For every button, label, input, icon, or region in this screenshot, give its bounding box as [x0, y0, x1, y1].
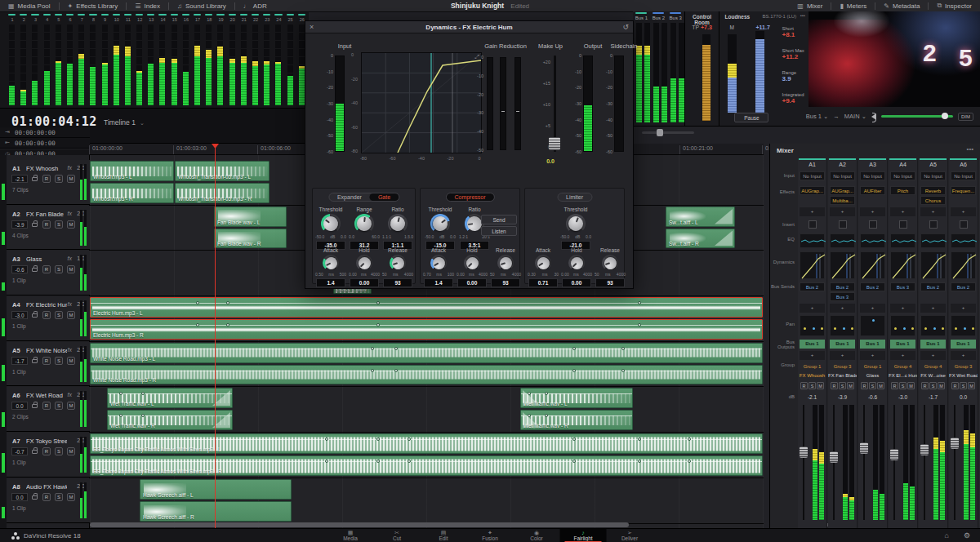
audio-clip[interactable]: Whoosh_Transition-05.mp3 - L [175, 161, 270, 181]
page-tab-media[interactable]: ▦Media [327, 529, 374, 542]
strip-dynamics-thumbnail[interactable] [860, 251, 885, 279]
limiter-release-knob[interactable]: Release50ms400093 [594, 247, 626, 287]
inspector-button[interactable]: ⧉Inspector [929, 0, 980, 12]
timeline-zoom-slider[interactable] [642, 131, 694, 134]
audio-clip[interactable]: White Noise Road.mp3 - L [90, 343, 763, 363]
add-output-button[interactable]: + [920, 351, 946, 360]
track-mute-button[interactable]: M [67, 357, 75, 365]
strip-record-button[interactable]: R [861, 382, 868, 389]
automation-point[interactable] [408, 438, 411, 441]
track-record-arm-button[interactable]: R [42, 447, 51, 455]
strip-solo-button[interactable]: S [808, 382, 816, 389]
strip-dynamics-thumbnail[interactable] [800, 251, 825, 279]
automation-point[interactable] [119, 414, 122, 417]
strip-effect-plugin[interactable]: Chorus [920, 196, 946, 205]
strip-mute-button[interactable]: M [968, 382, 975, 389]
add-send-button[interactable]: + [860, 304, 885, 313]
audio-clip[interactable]: Electric Hum.mp3 - R [90, 319, 763, 340]
automation-point[interactable] [371, 369, 374, 372]
gate-ratio-knob[interactable]: Ratio1.1:11:3.01:1.1 [381, 207, 414, 250]
limiter-hold-knob[interactable]: Hold0.00ms40000.00 [560, 247, 593, 287]
automation-point[interactable] [572, 369, 576, 372]
track-solo-button[interactable]: S [55, 220, 63, 229]
strip-pan-control[interactable] [951, 315, 976, 336]
monitor-volume-slider[interactable] [881, 115, 953, 118]
fader-handle[interactable] [890, 449, 898, 460]
automation-point[interactable] [325, 438, 328, 441]
mixer-strip-a6[interactable]: A6No InputFrequen...+Bus 2+Bus 1+Group 3… [949, 158, 978, 528]
strip-pan-control[interactable] [890, 315, 915, 336]
page-tab-edit[interactable]: ▤Edit [421, 529, 467, 542]
strip-bus-output[interactable]: Bus 1 [830, 340, 855, 349]
strip-mute-button[interactable]: M [847, 382, 854, 389]
add-send-button[interactable]: + [920, 304, 946, 313]
adr-button[interactable]: ♩ADR [235, 0, 275, 12]
add-output-button[interactable]: + [951, 351, 976, 360]
strip-effect-plugin[interactable]: Multiba... [830, 196, 855, 205]
mixer-strip-a5[interactable]: A5No InputReverbChorus+Bus 2+Bus 1+Group… [919, 158, 948, 528]
page-tab-cut[interactable]: ✂Cut [374, 529, 421, 542]
audio-clip[interactable]: Fan Blade.wav - R [214, 229, 287, 249]
strip-record-button[interactable]: R [800, 382, 808, 389]
monitor-main-select[interactable]: MAIN ⌄ [844, 113, 866, 120]
add-effect-button[interactable]: + [860, 207, 885, 216]
strip-eq-thumbnail[interactable] [800, 233, 825, 248]
automation-point[interactable] [638, 323, 641, 327]
gate-hold-knob[interactable]: Hold0.00ms40000.00 [348, 247, 381, 287]
strip-dynamics-thumbnail[interactable] [890, 251, 915, 279]
gate-release-knob[interactable]: Release50ms400093 [381, 247, 414, 287]
fader-handle[interactable] [860, 442, 868, 454]
mixer-options-icon[interactable]: ••• [967, 145, 973, 153]
effects-library-button[interactable]: ✦Effects Library [60, 0, 127, 12]
strip-bus-send[interactable]: Bus 2 [860, 282, 885, 291]
strip-dynamics-thumbnail[interactable] [920, 251, 946, 279]
automation-point[interactable] [572, 460, 576, 463]
automation-point[interactable] [119, 392, 122, 395]
strip-bus-output[interactable]: Bus 1 [890, 340, 915, 349]
strip-effect-plugin[interactable]: AUFilter [860, 186, 885, 195]
fader-handle[interactable] [800, 446, 808, 458]
track-solo-button[interactable]: S [55, 311, 63, 319]
listen-button[interactable]: Listen [481, 226, 517, 236]
compressor-threshold-knob[interactable]: Threshold-50.0dB0.0-15.0 [424, 207, 457, 250]
strip-bus-send[interactable]: Bus 2 [951, 282, 976, 291]
automation-point[interactable] [226, 323, 229, 327]
compressor-tab[interactable]: Compressor [446, 193, 493, 201]
automation-point[interactable] [394, 369, 398, 372]
track-record-arm-button[interactable]: R [42, 493, 51, 501]
strip-insert-toggle[interactable] [929, 220, 938, 229]
compressor-attack-knob[interactable]: Attack0.70ms1001.4 [422, 247, 455, 287]
strip-input-select[interactable]: No Input [951, 171, 976, 180]
automation-point[interactable] [528, 392, 531, 395]
automation-point[interactable] [196, 301, 199, 304]
strip-input-select[interactable]: No Input [860, 171, 885, 180]
strip-eq-thumbnail[interactable] [830, 233, 855, 248]
monitor-bus-select[interactable]: Bus 1 ⌄ [806, 113, 829, 120]
automation-point[interactable] [394, 347, 398, 350]
strip-group-assign[interactable]: Group 4 [920, 362, 946, 371]
automation-point[interactable] [325, 460, 328, 463]
compressor-release-knob[interactable]: Release50ms400093 [489, 247, 522, 287]
strip-solo-button[interactable]: S [960, 382, 967, 389]
automation-point[interactable] [545, 392, 548, 395]
track-mute-button[interactable]: M [67, 402, 75, 410]
add-output-button[interactable]: + [800, 351, 825, 360]
fader-handle[interactable] [951, 438, 959, 449]
add-send-button[interactable]: + [800, 304, 825, 313]
limiter-threshold-knob[interactable]: Threshold-50.0dB0.0-21.0 [559, 207, 592, 250]
fade-handle[interactable] [715, 231, 733, 247]
strip-input-select[interactable]: No Input [800, 171, 825, 180]
strip-input-select[interactable]: No Input [830, 171, 855, 180]
compressor-hold-knob[interactable]: Hold0.00ms40000.00 [456, 247, 488, 287]
strip-effect-plugin[interactable]: Pitch [890, 186, 915, 195]
strip-insert-toggle[interactable] [899, 220, 907, 229]
timeline-selector[interactable]: Timeline 1⌄ [104, 118, 145, 127]
automation-point[interactable] [621, 347, 625, 350]
gate-attack-knob[interactable]: Attack0.50ms5001.4 [314, 247, 347, 287]
track-solo-button[interactable]: S [55, 265, 63, 273]
strip-mute-button[interactable]: M [877, 382, 884, 389]
strip-dynamics-thumbnail[interactable] [830, 251, 855, 279]
fade-handle[interactable] [715, 209, 733, 224]
mixer-strip-a4[interactable]: A4No InputPitch+Bus 3+Bus 1+Group 4FX El… [889, 158, 918, 528]
make-up-slider-handle[interactable] [549, 137, 560, 150]
